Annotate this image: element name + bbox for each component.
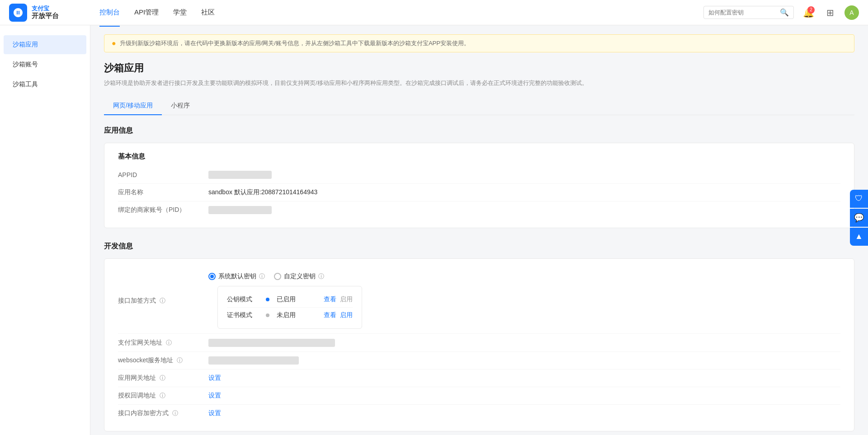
notification-badge: 2	[807, 6, 815, 14]
app-info-section-title: 应用信息	[104, 126, 854, 136]
cert-mode-name: 证书模式	[227, 311, 259, 319]
cert-view-btn[interactable]: 查看	[324, 311, 336, 319]
tab-miniprogram[interactable]: 小程序	[162, 97, 199, 115]
alipay-logo-icon	[9, 4, 27, 22]
custom-key-label: 自定义密钥	[284, 272, 316, 281]
dev-info-section: 开发信息 接口加签方式 ⓘ 系统默认密钥 ⓘ	[104, 242, 854, 431]
cert-mode-row: 证书模式 未启用 查看 启用	[227, 308, 353, 323]
main-content: ● 升级到新版沙箱环境后，请在代码中更换新版本的应用/网关/账号信息，并从左侧沙…	[90, 25, 868, 435]
top-navigation: 支付宝 开放平台 控制台 API管理 学堂 社区 🔍 🔔 2 ⊞ A	[0, 0, 868, 25]
float-shield-btn[interactable]: 🛡	[850, 190, 868, 208]
notification-button[interactable]: 🔔 2	[801, 5, 816, 20]
float-chat-btn[interactable]: 💬	[850, 209, 868, 227]
sign-mode-info-icon[interactable]: ⓘ	[160, 297, 165, 304]
tab-web-mobile[interactable]: 网页/移动应用	[104, 97, 162, 115]
websocket-value	[208, 356, 840, 365]
cert-mode-actions: 查看 启用	[324, 311, 353, 319]
websocket-label: websocket服务地址 ⓘ	[118, 356, 199, 365]
cert-enable-btn[interactable]: 启用	[340, 311, 353, 319]
appid-value	[208, 171, 840, 179]
logo-alipay-text: 支付宝	[32, 5, 59, 12]
nav-item-api[interactable]: API管理	[134, 6, 159, 19]
system-key-label: 系统默认密钥	[218, 272, 256, 281]
encrypt-action[interactable]: 设置	[208, 409, 840, 417]
banner-text: 升级到新版沙箱环境后，请在代码中更换新版本的应用/网关/账号信息，并从左侧沙箱工…	[120, 39, 470, 47]
float-up-btn[interactable]: ▲	[850, 228, 868, 246]
sign-mode-row: 接口加签方式 ⓘ 系统默认密钥 ⓘ 自定义密钥	[118, 268, 840, 334]
pid-row: 绑定的商家账号（PID）	[118, 201, 840, 219]
encrypt-row: 接口内容加密方式 ⓘ 设置	[118, 405, 840, 422]
sign-mode-options: 系统默认密钥 ⓘ 自定义密钥 ⓘ 公钥	[208, 272, 840, 329]
custom-key-radio[interactable]	[274, 273, 281, 280]
gateway-blurred	[208, 339, 335, 347]
page-title: 沙箱应用	[104, 61, 854, 75]
pid-label: 绑定的商家账号（PID）	[118, 206, 199, 214]
auth-callback-info-icon[interactable]: ⓘ	[160, 392, 165, 399]
encrypt-info-icon[interactable]: ⓘ	[172, 410, 178, 416]
float-buttons: 🛡 💬 ▲	[850, 190, 868, 246]
search-icon[interactable]: 🔍	[780, 8, 789, 17]
page-description: 沙箱环境是协助开发者进行接口开发及主要功能联调的模拟环境，目前仅支持网页/移动应…	[104, 79, 854, 88]
app-gateway-info-icon[interactable]: ⓘ	[160, 374, 165, 381]
app-info-section: 应用信息 基本信息 APPID 应用名称 sandbox 默认应用:208872…	[104, 126, 854, 229]
nav-item-dashboard[interactable]: 控制台	[99, 6, 120, 19]
app-gateway-row: 应用网关地址 ⓘ 设置	[118, 370, 840, 387]
auth-callback-label: 授权回调地址 ⓘ	[118, 392, 199, 400]
gateway-label: 支付宝网关地址 ⓘ	[118, 339, 199, 347]
key-mode-table: 公钥模式 已启用 查看 启用 证书模式	[217, 286, 362, 329]
search-box[interactable]: 🔍	[703, 6, 794, 19]
websocket-info-icon[interactable]: ⓘ	[177, 357, 183, 364]
qrcode-button[interactable]: ⊞	[823, 5, 837, 20]
system-key-info-icon[interactable]: ⓘ	[259, 272, 265, 281]
app-gateway-action[interactable]: 设置	[208, 374, 840, 382]
sidebar: 沙箱应用 沙箱账号 沙箱工具	[0, 25, 90, 435]
encrypt-label: 接口内容加密方式 ⓘ	[118, 409, 199, 417]
system-key-radio[interactable]	[208, 273, 216, 280]
dev-info-section-title: 开发信息	[104, 242, 854, 251]
warning-icon: ●	[112, 39, 116, 47]
auth-callback-action[interactable]: 设置	[208, 392, 840, 400]
nav-right-area: 🔍 🔔 2 ⊞ A	[703, 5, 859, 20]
user-avatar[interactable]: A	[844, 5, 859, 20]
app-info-card: 基本信息 APPID 应用名称 sandbox 默认应用:20887210141…	[104, 143, 854, 229]
websocket-blurred	[208, 356, 299, 365]
search-input[interactable]	[708, 9, 777, 16]
nav-item-academy[interactable]: 学堂	[173, 6, 187, 19]
basic-info-title: 基本信息	[118, 152, 840, 161]
upgrade-banner: ● 升级到新版沙箱环境后，请在代码中更换新版本的应用/网关/账号信息，并从左侧沙…	[104, 34, 854, 52]
custom-key-option[interactable]: 自定义密钥 ⓘ	[274, 272, 324, 281]
pid-value	[208, 206, 840, 214]
app-gateway-label: 应用网关地址 ⓘ	[118, 374, 199, 382]
avatar-icon: A	[849, 9, 854, 16]
pid-blurred	[208, 206, 272, 214]
logo-text: 支付宝 开放平台	[32, 5, 59, 20]
public-key-view-btn[interactable]: 查看	[324, 295, 336, 304]
sign-mode-label: 接口加签方式 ⓘ	[118, 297, 199, 305]
cert-mode-dot	[266, 313, 269, 317]
websocket-row: websocket服务地址 ⓘ	[118, 352, 840, 370]
app-type-tabs: 网页/移动应用 小程序	[104, 97, 854, 115]
app-name-row: 应用名称 sandbox 默认应用:2088721014164943	[118, 184, 840, 201]
public-key-mode-status: 已启用	[277, 295, 316, 304]
public-key-mode-actions: 查看 启用	[324, 295, 353, 304]
arrow-up-icon: ▲	[855, 232, 863, 241]
public-key-enable-btn[interactable]: 启用	[340, 295, 353, 304]
logo-platform-text: 开放平台	[32, 12, 59, 20]
cert-mode-status: 未启用	[277, 311, 316, 319]
main-layout: 沙箱应用 沙箱账号 沙箱工具 ● 升级到新版沙箱环境后，请在代码中更换新版本的应…	[0, 25, 868, 435]
sidebar-item-sandbox-tools[interactable]: 沙箱工具	[4, 75, 86, 94]
logo-area: 支付宝 开放平台	[9, 4, 81, 22]
nav-item-community[interactable]: 社区	[201, 6, 215, 19]
gateway-info-icon[interactable]: ⓘ	[166, 339, 172, 346]
public-key-mode-dot	[266, 298, 269, 301]
system-key-option[interactable]: 系统默认密钥 ⓘ	[208, 272, 265, 281]
sidebar-item-sandbox-account[interactable]: 沙箱账号	[4, 55, 86, 74]
app-name-value: sandbox 默认应用:2088721014164943	[208, 188, 840, 196]
appid-label: APPID	[118, 171, 199, 178]
custom-key-info-icon[interactable]: ⓘ	[318, 272, 324, 281]
nav-items: 控制台 API管理 学堂 社区	[99, 6, 703, 19]
public-key-mode-name: 公钥模式	[227, 295, 259, 304]
app-name-label: 应用名称	[118, 188, 199, 196]
sidebar-item-sandbox-app[interactable]: 沙箱应用	[4, 35, 86, 54]
gateway-row: 支付宝网关地址 ⓘ	[118, 334, 840, 351]
